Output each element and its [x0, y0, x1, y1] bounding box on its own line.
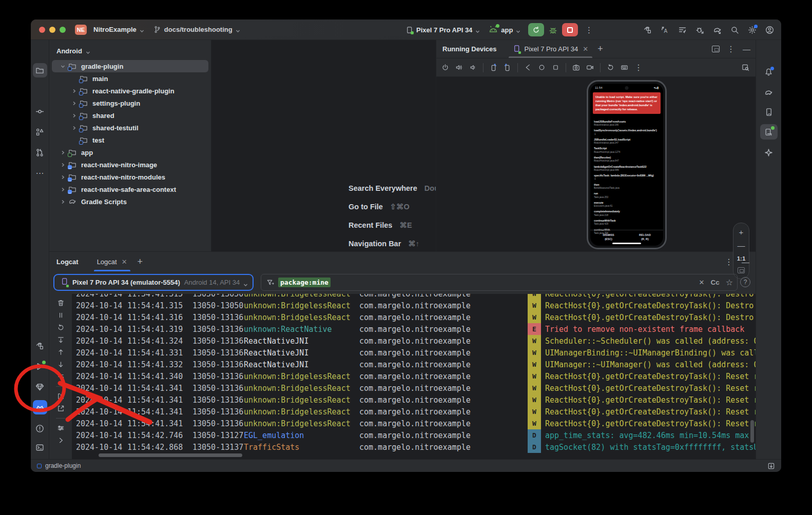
log-row[interactable]: 2024-10-1411:54:41.32413050-13136ReactNa…: [72, 335, 756, 347]
notifications-tool-button[interactable]: [760, 64, 778, 80]
help-icon[interactable]: ?: [740, 277, 750, 287]
minimize-window-button[interactable]: [49, 27, 55, 33]
tree-item-react-native-gradle-plugin[interactable]: react-native-gradle-plugin: [52, 85, 208, 97]
log-row[interactable]: 2024-10-1411:54:41.31613050-13136unknown…: [72, 311, 756, 323]
add-device-tab-button[interactable]: +: [592, 44, 608, 54]
close-window-button[interactable]: [39, 27, 45, 33]
gradle-sync-icon[interactable]: [713, 26, 722, 34]
chevron-right-icon[interactable]: [57, 175, 68, 180]
favorite-filter-icon[interactable]: ☆: [726, 278, 733, 287]
app-insights-tool-button[interactable]: [33, 380, 47, 394]
volume-down-button[interactable]: [469, 64, 477, 71]
chevron-right-icon[interactable]: [68, 101, 80, 106]
gutter-more-chevron[interactable]: [57, 437, 65, 444]
gradle-tool-button[interactable]: [760, 85, 778, 100]
log-row[interactable]: 2024-10-1411:54:41.33213050-13136ReactNa…: [72, 359, 756, 370]
reload-button[interactable]: RELOAD (R, R): [627, 233, 663, 241]
log-row[interactable]: 2024-10-1411:54:41.31513050-13050unknown…: [72, 294, 756, 300]
chevron-right-icon[interactable]: [57, 150, 68, 155]
hardware-input-button[interactable]: [621, 64, 628, 71]
chevron-right-icon[interactable]: [68, 89, 80, 93]
stop-button[interactable]: [562, 23, 578, 36]
terminal-tool-button[interactable]: [33, 440, 47, 454]
panel-options-icon[interactable]: ⋮: [727, 44, 736, 54]
emulator-canvas[interactable]: 11:54 ▾▴▮ Unable to load script. Make su…: [436, 77, 756, 251]
device-reset-button[interactable]: [607, 64, 614, 71]
tree-item-main[interactable]: main: [52, 72, 208, 85]
log-row[interactable]: 2024-10-1411:54:41.34113050-13136unknown…: [72, 394, 756, 406]
logcat-device-selector[interactable]: Pixel 7 Pro API 34 (emulator-5554) Andro…: [53, 274, 254, 291]
build-hammer-icon[interactable]: [643, 26, 652, 34]
run-config-selector[interactable]: app: [489, 26, 520, 34]
editor-area[interactable]: Search EverywhereDouGo to File⇧⌘ORecent …: [211, 40, 436, 251]
panel-options-icon[interactable]: ⋮: [725, 257, 733, 267]
clear-filter-icon[interactable]: ✕: [699, 279, 704, 286]
import-logs-button[interactable]: [57, 392, 65, 400]
close-tab-icon[interactable]: ✕: [122, 258, 127, 266]
logcat-filter-input[interactable]: package:mine ✕ Cc ☆: [261, 274, 738, 291]
log-row[interactable]: 2024-10-1411:54:42.74613050-13127EGL_emu…: [72, 429, 756, 441]
screenshot-button[interactable]: [572, 64, 580, 71]
home-button[interactable]: [538, 64, 546, 71]
zoom-in-button[interactable]: +: [739, 228, 744, 236]
tree-item-app[interactable]: app: [52, 146, 208, 159]
log-row[interactable]: 2024-10-1411:54:41.34113050-13136unknown…: [72, 406, 756, 418]
tree-item-test[interactable]: test: [52, 134, 208, 146]
tree-item-Gradle Scripts[interactable]: Gradle Scripts: [52, 195, 208, 208]
project-view-selector[interactable]: Android: [49, 44, 211, 60]
status-bar-notifications-icon[interactable]: [767, 462, 775, 470]
add-logcat-tab-button[interactable]: +: [132, 256, 148, 267]
pause-logcat-button[interactable]: [57, 311, 65, 319]
tree-item-gradle-plugin[interactable]: gradle-plugin: [52, 60, 208, 72]
more-tools-button[interactable]: ⋯: [33, 166, 47, 180]
profile-icon[interactable]: [765, 26, 774, 34]
device-selector[interactable]: Pixel 7 Pro API 34: [405, 26, 480, 34]
dismiss-button[interactable]: DISMISS (ESC): [590, 233, 627, 241]
screen-record-button[interactable]: [586, 64, 594, 71]
logcat-tab[interactable]: Logcat ✕: [92, 252, 132, 271]
layout-icon[interactable]: [712, 46, 720, 52]
log-row[interactable]: 2024-10-1411:54:41.31913050-13136unknown…: [72, 323, 756, 335]
clear-logcat-button[interactable]: [57, 299, 65, 307]
logcat-settings-button[interactable]: [57, 424, 65, 432]
tree-item-react-native-nitro-modules[interactable]: react-native-nitro-modules: [52, 171, 208, 183]
soft-wrap-button[interactable]: [57, 373, 65, 381]
running-devices-tool-button[interactable]: [760, 124, 778, 140]
chevron-down-icon[interactable]: [57, 64, 68, 69]
problems-tool-button[interactable]: [33, 421, 47, 435]
vcs-branch-widget[interactable]: docs/troubleshooting: [153, 26, 240, 33]
debug-bug-button[interactable]: [549, 26, 557, 34]
screen-inspect-icon[interactable]: [742, 64, 749, 71]
build-tool-button[interactable]: [33, 339, 47, 353]
tree-item-react-native-safe-area-context[interactable]: react-native-safe-area-context: [52, 183, 208, 195]
vertical-scrollbar[interactable]: [750, 420, 754, 443]
tree-item-react-native-nitro-image[interactable]: react-native-nitro-image: [52, 159, 208, 171]
commit-tool-button[interactable]: [33, 104, 47, 118]
search-icon[interactable]: [730, 26, 739, 34]
log-row[interactable]: 2024-10-1411:54:42.86813050-13137Traffic…: [72, 441, 756, 453]
log-row[interactable]: 2024-10-1411:54:41.34113050-13136unknown…: [72, 418, 756, 429]
emulator-more-icon[interactable]: ⋮: [634, 63, 643, 72]
rotate-right-button[interactable]: [504, 64, 511, 71]
status-bar-module[interactable]: gradle-plugin: [45, 462, 81, 469]
chevron-right-icon[interactable]: [57, 163, 68, 167]
volume-up-button[interactable]: [455, 64, 463, 71]
pull-requests-tool-button[interactable]: [33, 145, 47, 160]
match-case-toggle[interactable]: Cc: [710, 279, 719, 286]
device-tab[interactable]: Pixel 7 Pro API 34 ✕: [509, 40, 592, 58]
back-button[interactable]: [524, 64, 532, 71]
horizontal-scrollbar[interactable]: [99, 453, 242, 457]
device-manager-tool-button[interactable]: [760, 104, 778, 120]
zoom-out-button[interactable]: —: [738, 242, 745, 249]
gemini-tool-button[interactable]: [760, 145, 778, 160]
tree-item-shared-testutil[interactable]: shared-testutil: [52, 122, 208, 134]
hide-panel-icon[interactable]: —: [742, 258, 749, 266]
log-row[interactable]: 2024-10-1411:54:41.33113050-13136ReactNa…: [72, 347, 756, 359]
settings-gear-icon[interactable]: [748, 26, 757, 34]
export-logs-button[interactable]: [57, 405, 65, 412]
run-tool-button[interactable]: [33, 359, 47, 373]
logcat-tool-button[interactable]: [33, 400, 47, 414]
chevron-right-icon[interactable]: [68, 126, 80, 130]
rerun-button[interactable]: [528, 23, 544, 36]
tree-item-shared[interactable]: shared: [52, 109, 208, 122]
